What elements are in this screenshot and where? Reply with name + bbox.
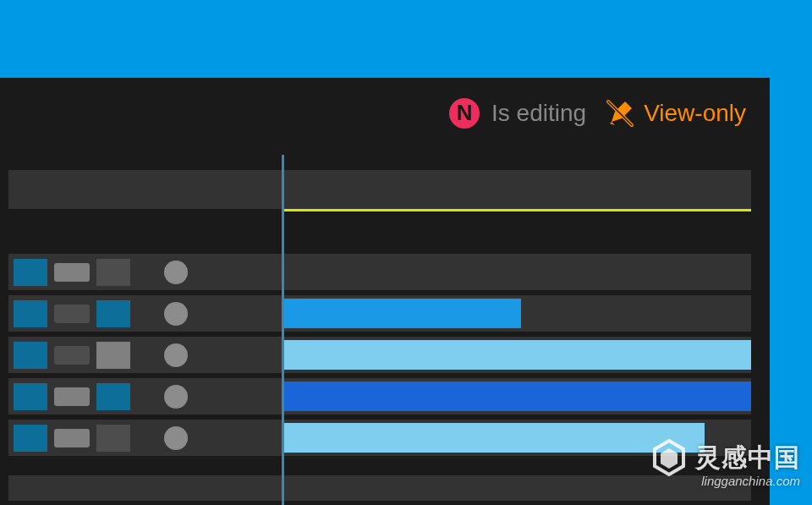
track-clip-area[interactable]	[282, 337, 751, 373]
track-toggle-visibility[interactable]	[96, 383, 130, 410]
track-toggle-targeting[interactable]	[14, 383, 47, 410]
clip[interactable]	[282, 340, 751, 370]
edit-mode-indicator[interactable]: View-only	[605, 98, 746, 129]
track-toggle-visibility[interactable]	[96, 300, 130, 327]
clip[interactable]	[282, 299, 521, 328]
track-header	[8, 337, 282, 373]
track-header	[8, 295, 282, 332]
track-clip-area[interactable]	[282, 295, 751, 332]
track-record-icon[interactable]	[164, 261, 188, 284]
work-area-bar[interactable]	[282, 209, 751, 211]
viewport: N Is editing View-only	[0, 0, 812, 505]
playhead[interactable]	[282, 155, 284, 505]
svg-marker-0	[612, 102, 632, 122]
presence-label: Is editing	[491, 100, 586, 127]
track-toggle-targeting[interactable]	[14, 425, 47, 452]
edit-mode-label: View-only	[644, 100, 746, 127]
track-header	[8, 254, 282, 290]
svg-marker-1	[610, 122, 615, 125]
presence-avatar: N	[449, 98, 480, 129]
track-record-icon[interactable]	[164, 426, 188, 450]
track-header	[8, 420, 282, 456]
timeline-panel: N Is editing View-only	[0, 78, 770, 505]
track-toggle-targeting[interactable]	[14, 342, 47, 369]
track-toggle-visibility[interactable]	[96, 342, 130, 369]
track-clip-area[interactable]	[282, 378, 751, 414]
track-toggle-targeting[interactable]	[14, 300, 47, 327]
clip[interactable]	[282, 381, 751, 411]
track-header	[8, 378, 282, 414]
presence-indicator: N Is editing	[449, 98, 586, 129]
track-toggle-sync-lock[interactable]	[54, 346, 90, 365]
timeline-scrollbar[interactable]	[8, 475, 751, 501]
track-record-icon[interactable]	[164, 302, 188, 326]
track-record-icon[interactable]	[164, 385, 188, 409]
track-toggle-targeting[interactable]	[14, 259, 47, 286]
clip[interactable]	[282, 423, 705, 453]
track-clip-area[interactable]	[282, 254, 751, 290]
topbar: N Is editing View-only	[0, 78, 770, 148]
timeline-ruler[interactable]	[8, 170, 751, 209]
track-clip-area[interactable]	[282, 420, 751, 456]
track-toggle-sync-lock[interactable]	[54, 263, 90, 282]
track-row[interactable]	[8, 295, 751, 332]
track-toggle-visibility[interactable]	[96, 259, 130, 286]
track-row[interactable]	[8, 254, 751, 290]
track-record-icon[interactable]	[164, 343, 188, 367]
track-row[interactable]	[8, 420, 751, 456]
track-toggle-visibility[interactable]	[96, 425, 130, 452]
track-toggle-sync-lock[interactable]	[54, 387, 90, 406]
track-row[interactable]	[8, 378, 751, 414]
track-toggle-sync-lock[interactable]	[54, 305, 90, 323]
track-toggle-sync-lock[interactable]	[54, 429, 90, 447]
pencil-crossed-icon	[605, 98, 635, 129]
track-row[interactable]	[8, 337, 751, 373]
track-list	[8, 254, 751, 461]
